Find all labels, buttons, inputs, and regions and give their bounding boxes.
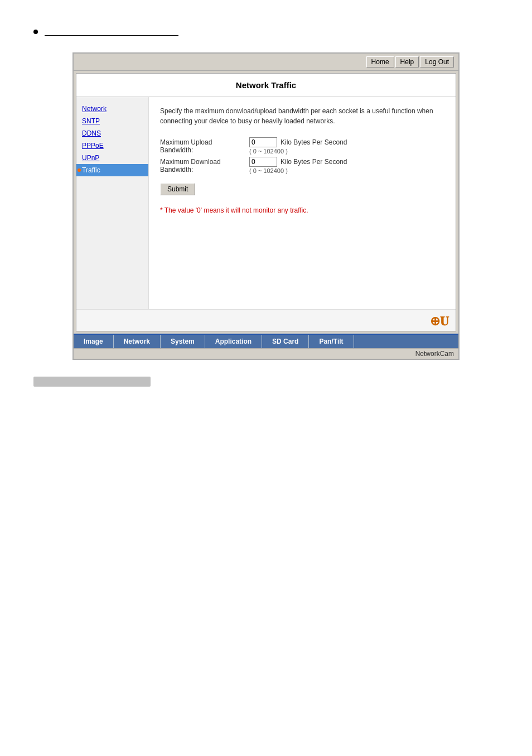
sidebar: Network SNTP DDNS PPPoE UPnP xyxy=(76,97,149,309)
download-unit: Kilo Bytes Per Second xyxy=(280,158,347,166)
gray-bar xyxy=(33,377,151,387)
upload-label: Maximum Upload Bandwidth: xyxy=(160,137,249,154)
upload-row: Maximum Upload Bandwidth: Kilo Bytes Per… xyxy=(160,137,444,155)
sidebar-item-pppoe[interactable]: PPPoE xyxy=(76,139,148,152)
brand-bar: NetworkCam xyxy=(74,348,458,359)
upload-unit: Kilo Bytes Per Second xyxy=(280,138,347,146)
form-area: Specify the maximum donwload/upload band… xyxy=(149,97,456,309)
sidebar-item-network[interactable]: Network xyxy=(76,103,148,115)
upload-label-line1: Maximum Upload xyxy=(160,138,212,146)
tab-pantilt[interactable]: Pan/Tilt xyxy=(309,335,354,348)
download-row: Maximum Download Bandwidth: Kilo Bytes P… xyxy=(160,157,444,174)
note-text: * The value '0' means it will not monito… xyxy=(160,206,444,214)
brand-name: NetworkCam xyxy=(415,350,454,358)
sidebar-item-label-pppoe: PPPoE xyxy=(82,142,104,150)
page-title-area: Network Traffic xyxy=(76,74,456,97)
download-label: Maximum Download Bandwidth: xyxy=(160,157,249,174)
download-range: ( 0 ~ 102400 ) xyxy=(249,167,347,174)
help-button[interactable]: Help xyxy=(395,56,419,68)
download-input-group: Kilo Bytes Per Second ( 0 ~ 102400 ) xyxy=(249,157,347,174)
submit-button[interactable]: Submit xyxy=(160,183,195,195)
sidebar-item-upnp[interactable]: UPnP xyxy=(76,152,148,164)
active-indicator xyxy=(78,168,81,172)
sidebar-item-traffic[interactable]: Traffic xyxy=(76,164,148,176)
upload-label-line2: Bandwidth: xyxy=(160,146,193,154)
home-button[interactable]: Home xyxy=(366,56,394,68)
sidebar-item-label-network: Network xyxy=(82,105,107,113)
download-bandwidth-input[interactable] xyxy=(249,157,277,167)
tab-application[interactable]: Application xyxy=(205,335,262,348)
sidebar-item-label-ddns: DDNS xyxy=(82,129,101,137)
content-area: Network Traffic Network SNTP DDNS xyxy=(76,73,456,331)
page-title: Network Traffic xyxy=(236,80,296,90)
download-label-line2: Bandwidth: xyxy=(160,166,193,174)
bullet-underline xyxy=(45,28,178,36)
upload-bandwidth-input[interactable] xyxy=(249,137,277,147)
tab-system[interactable]: System xyxy=(161,335,205,348)
upload-input-group: Kilo Bytes Per Second ( 0 ~ 102400 ) xyxy=(249,137,347,155)
bullet-line xyxy=(0,22,532,41)
main-content: Network SNTP DDNS PPPoE UPnP xyxy=(76,97,456,309)
tab-network[interactable]: Network xyxy=(114,335,161,348)
logout-button[interactable]: Log Out xyxy=(420,56,454,68)
logo-icon: ⊕𝐔 xyxy=(430,314,449,329)
tab-sdcard[interactable]: SD Card xyxy=(262,335,309,348)
logo-area: ⊕𝐔 xyxy=(76,309,456,331)
sidebar-item-ddns[interactable]: DDNS xyxy=(76,127,148,139)
browser-frame: Home Help Log Out Network Traffic Networ… xyxy=(72,52,460,360)
top-bar: Home Help Log Out xyxy=(74,54,458,71)
tab-image[interactable]: Image xyxy=(74,335,114,348)
upload-input-row: Kilo Bytes Per Second xyxy=(249,137,347,147)
sidebar-item-label-sntp: SNTP xyxy=(82,117,100,125)
tab-bar: Image Network System Application SD Card… xyxy=(74,334,458,348)
upload-range: ( 0 ~ 102400 ) xyxy=(249,148,347,155)
sidebar-item-label-traffic: Traffic xyxy=(82,166,100,174)
description-text: Specify the maximum donwload/upload band… xyxy=(160,106,444,126)
bullet-dot xyxy=(33,30,38,34)
download-input-row: Kilo Bytes Per Second xyxy=(249,157,347,167)
sidebar-item-sntp[interactable]: SNTP xyxy=(76,115,148,127)
sidebar-item-label-upnp: UPnP xyxy=(82,154,99,162)
download-label-line1: Maximum Download xyxy=(160,158,221,166)
